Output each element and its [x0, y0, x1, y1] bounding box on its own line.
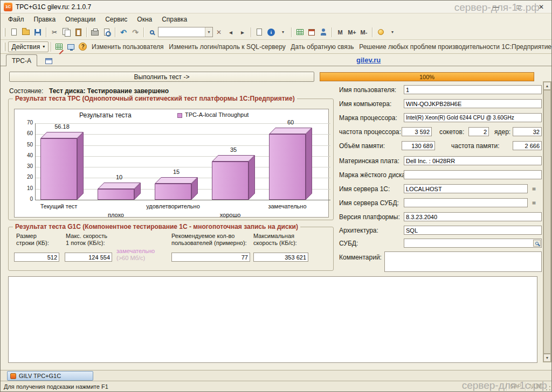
menu-edit[interactable]: Правка	[30, 15, 60, 24]
menu-operations[interactable]: Операции	[61, 15, 100, 24]
print-preview-button[interactable]	[101, 26, 113, 38]
info-button[interactable]: i	[265, 26, 277, 38]
comment-textarea[interactable]	[384, 251, 542, 272]
change-user-link[interactable]: Изменить пользователя	[91, 42, 164, 52]
clear-search-button[interactable]: ✕	[213, 26, 225, 38]
g1c-recommended-users-input[interactable]	[171, 253, 250, 262]
toolbar-grip[interactable]	[4, 43, 5, 51]
toolbar-grip[interactable]	[4, 28, 5, 37]
search-dropdown-button[interactable]: ▾	[205, 27, 212, 37]
dbms-picker-button[interactable]	[533, 240, 541, 247]
tip-button[interactable]	[375, 26, 387, 38]
change-sql-login-link[interactable]: Изменить логин/пароль к SQL-серверу	[168, 42, 287, 52]
memory-input[interactable]	[402, 141, 435, 150]
server-db-input[interactable]	[404, 198, 528, 207]
find-button[interactable]	[146, 26, 158, 38]
info-dropdown-button[interactable]: ▾	[277, 26, 289, 38]
status-bar: Для получения подсказки нажмите F1 CAP N…	[1, 381, 552, 392]
undo-button[interactable]: ↶	[118, 26, 129, 38]
maximize-button[interactable]: □	[507, 1, 530, 13]
calendar-button[interactable]	[306, 26, 318, 38]
run-test-button[interactable]: Выполнить тест ->	[9, 72, 314, 82]
scrollbar-thumb[interactable]	[543, 90, 551, 354]
table-button[interactable]	[294, 26, 306, 38]
save-button[interactable]	[32, 26, 44, 38]
gilev-ru-link[interactable]: gilev.ru	[356, 56, 381, 64]
tabstrip-border	[1, 66, 552, 66]
find-previous-button[interactable]: ◂	[225, 26, 237, 38]
motherboard-input[interactable]	[404, 156, 542, 165]
user-name-input[interactable]	[404, 85, 542, 94]
server-1c-input[interactable]	[404, 184, 528, 193]
window-list-button[interactable]	[43, 55, 54, 67]
chart-category-label: плохо	[84, 212, 148, 218]
table-icon	[296, 29, 303, 35]
g1c-max-total-speed-input[interactable]	[253, 253, 308, 262]
y-axis-tick-label: 50	[17, 142, 33, 148]
menu-help[interactable]: Справка	[157, 15, 191, 24]
memory-freq-input[interactable]	[513, 141, 542, 150]
window-tab-gilv[interactable]: GILV TPC+G1C	[7, 371, 93, 381]
scroll-down-button[interactable]: ▼	[543, 354, 551, 362]
g1c-row-size-input[interactable]	[14, 253, 59, 262]
performance-help-link[interactable]: Решение любых проблем производительности…	[358, 42, 552, 52]
calc-memory-plus-button[interactable]: M+	[346, 26, 358, 38]
scroll-up-button[interactable]: ▲	[543, 82, 551, 90]
help-button[interactable]: ?	[77, 41, 89, 53]
memory-label: Объём памяти:	[339, 142, 385, 150]
tab-tpc-a[interactable]: TPC-A	[6, 54, 37, 66]
cpu-freq-input[interactable]	[402, 127, 432, 136]
cut-button[interactable]: ✂	[49, 26, 60, 38]
feedback-link[interactable]: Дать обратную связь	[289, 42, 355, 52]
edit-table-button[interactable]	[53, 41, 65, 53]
sockets-input[interactable]	[468, 127, 489, 136]
paste-button[interactable]	[72, 26, 84, 38]
menu-windows[interactable]: Окна	[133, 15, 156, 24]
calc-memory-button[interactable]: M	[334, 26, 346, 38]
print-icon	[91, 30, 99, 36]
print-button[interactable]	[89, 26, 101, 38]
tip-dropdown-button[interactable]: ▾	[387, 26, 398, 38]
computer-name-input[interactable]	[404, 99, 542, 108]
dbms-label: СУБД:	[339, 240, 358, 247]
help-icon: ?	[79, 43, 87, 51]
cpu-model-input[interactable]	[404, 113, 542, 122]
new-document-button[interactable]	[8, 26, 20, 38]
search-combo: ▾	[158, 27, 213, 37]
close-button[interactable]: ✕	[530, 1, 552, 13]
search-input[interactable]	[158, 27, 205, 37]
chevron-down-icon: ▾	[43, 44, 45, 49]
g1c-max-speed-input[interactable]	[65, 253, 112, 262]
menu-file[interactable]: Файл	[4, 15, 29, 24]
tpc-chart: Результаты теста TPC-A-local Throughput …	[14, 109, 329, 218]
calc-memory-minus-button[interactable]: M-	[358, 26, 370, 38]
resize-grip[interactable]	[545, 385, 551, 391]
copy-icon	[63, 28, 70, 36]
menu-service[interactable]: Сервис	[101, 15, 132, 24]
cores-input[interactable]	[513, 127, 542, 136]
dbms-input[interactable]	[404, 239, 542, 248]
users-button[interactable]	[318, 26, 329, 38]
open-button[interactable]	[20, 26, 32, 38]
lightbulb-icon	[378, 29, 384, 35]
actions-button[interactable]: Действия ▾	[8, 41, 49, 52]
find-next-button[interactable]: ▸	[237, 26, 249, 38]
copy-button[interactable]	[60, 26, 72, 38]
platform-version-input[interactable]	[404, 212, 542, 221]
search-icon	[150, 30, 154, 34]
show-document-button[interactable]	[253, 26, 265, 38]
toolbar-separator	[251, 27, 251, 37]
minimize-button[interactable]: —	[485, 1, 507, 13]
y-axis-tick-label: 10	[17, 185, 33, 191]
architecture-input[interactable]	[404, 226, 542, 235]
monitor-button[interactable]	[65, 41, 77, 53]
hdd-input[interactable]	[404, 170, 542, 179]
y-axis-tick-label: 0	[17, 196, 33, 202]
output-text-area[interactable]	[8, 276, 537, 363]
redo-button[interactable]: ↷	[129, 26, 141, 38]
status-separator	[525, 382, 526, 391]
g1c-field-label: Размер	[16, 233, 37, 239]
g1c-field-label: 1 поток (КБ/с):	[66, 240, 105, 246]
state-label: Состояние:	[9, 87, 43, 95]
progress-bar: 100%	[320, 72, 534, 81]
